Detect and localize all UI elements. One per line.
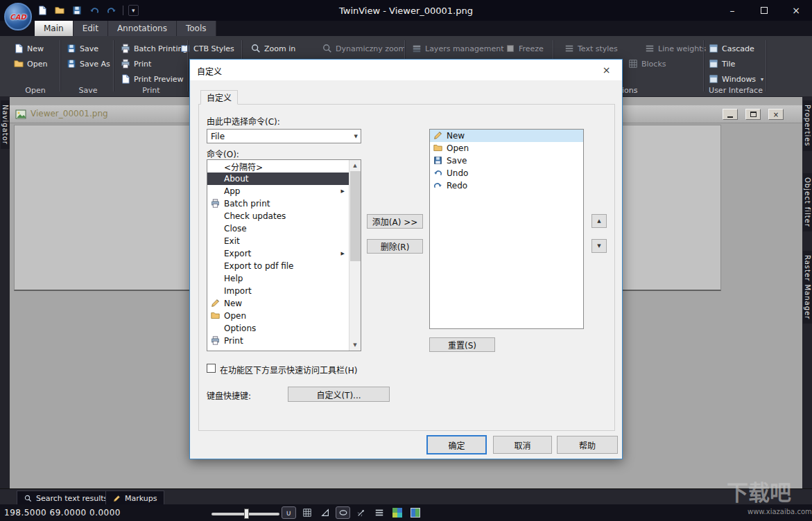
list-item[interactable]: App▶	[207, 185, 349, 197]
dialog-tab-customize[interactable]: 自定义	[200, 90, 238, 105]
qat-save-button[interactable]	[71, 4, 83, 17]
side-tab-properties[interactable]: Properties	[803, 100, 812, 151]
color-palette-button[interactable]	[390, 506, 404, 519]
list-item[interactable]: Options	[207, 322, 349, 335]
move-down-button[interactable]: ▼	[591, 239, 607, 253]
close-button[interactable]: ×	[780, 0, 812, 21]
select-pointer-button[interactable]	[354, 506, 368, 519]
add-command-button[interactable]: 添加(A) >>	[367, 214, 423, 229]
qat-new-button[interactable]	[36, 4, 49, 17]
ribbon-batch-printing-button[interactable]: Batch Printing	[121, 42, 187, 55]
list-item[interactable]: Close	[207, 222, 349, 235]
ribbon-save-as-button[interactable]: Save As	[67, 57, 110, 71]
list-item[interactable]: Save	[430, 154, 583, 167]
scroll-down-icon[interactable]: ▼	[349, 339, 361, 351]
list-item[interactable]: Import	[207, 285, 349, 297]
undo-icon	[89, 6, 99, 15]
doc-minimize-button[interactable]	[723, 109, 738, 120]
keyboard-customize-button[interactable]: 自定义(T)...	[288, 387, 390, 402]
list-item[interactable]: Undo	[430, 167, 583, 179]
freeze-checkbox-icon	[506, 44, 515, 53]
printer-icon	[211, 336, 220, 345]
commands-scrollbar[interactable]: ▲ ▼	[349, 160, 361, 351]
list-item[interactable]: Check updates	[207, 210, 349, 222]
help-button[interactable]: 帮助	[557, 436, 618, 454]
show-toolbar-checkbox-label[interactable]: 在功能区下方显示快速访问工具栏(H)	[220, 364, 357, 376]
ribbon-tile-button[interactable]: Tile	[709, 57, 735, 71]
tab-annotations[interactable]: Annotations	[108, 21, 177, 36]
list-item-selected[interactable]: New	[430, 130, 583, 142]
grid-toggle-button[interactable]	[300, 506, 314, 519]
tab-main[interactable]: Main	[35, 21, 74, 36]
bottom-tab-search-results[interactable]: Search text results	[17, 491, 115, 505]
title-bar: ▾ TwinView - Viewer_00001.png – ×	[0, 0, 812, 21]
qat-undo-button[interactable]	[88, 4, 101, 17]
dialog-close-button[interactable]: ×	[591, 60, 622, 80]
app-window: ▾ TwinView - Viewer_00001.png – × CAD Ma…	[0, 0, 812, 521]
qat-open-button[interactable]	[53, 4, 66, 17]
list-item[interactable]: <分隔符>	[207, 160, 349, 173]
qat-customize-dropdown[interactable]: ▾	[128, 5, 139, 16]
search-icon	[24, 495, 32, 502]
list-item[interactable]: Batch print	[207, 197, 349, 210]
list-item[interactable]: Redo	[430, 179, 583, 192]
ribbon-cascade-button[interactable]: Cascade	[709, 42, 754, 55]
list-item[interactable]: Open	[430, 142, 583, 154]
bottom-tab-markups[interactable]: Markups	[105, 491, 164, 505]
tab-edit[interactable]: Edit	[74, 21, 108, 36]
list-item[interactable]: New	[207, 297, 349, 310]
command-category-select[interactable]: File ▼	[207, 129, 361, 143]
ribbon-text-styles-button[interactable]: Text styles	[564, 42, 618, 55]
ribbon-zoom-in-button[interactable]: Zoom in	[251, 42, 295, 55]
ribbon-open-button[interactable]: Open	[14, 57, 47, 71]
ribbon-group-separator	[703, 40, 704, 91]
pencil-icon	[211, 299, 220, 308]
snap-toggle-button[interactable]: ∪	[282, 506, 296, 519]
ok-button[interactable]: 确定	[427, 436, 486, 454]
remove-command-button[interactable]: 删除(R)	[367, 239, 423, 254]
ribbon-blocks-button[interactable]: Blocks	[628, 57, 666, 71]
reset-button[interactable]: 重置(S)	[429, 337, 495, 352]
cancel-button[interactable]: 取消	[493, 436, 552, 454]
ribbon-print-button[interactable]: Print	[121, 57, 151, 71]
ribbon-windows-dropdown[interactable]: Windows▾	[709, 72, 763, 86]
save-as-icon	[67, 59, 76, 69]
side-tab-raster-manager[interactable]: Raster Manager	[803, 251, 812, 324]
ribbon-layers-management-button[interactable]: Layers management	[412, 42, 504, 55]
ribbon-print-preview-button[interactable]: Print Preview	[121, 72, 184, 86]
tab-tools[interactable]: Tools	[177, 21, 216, 36]
ribbon-freeze-button[interactable]: Freeze	[506, 42, 544, 55]
list-item[interactable]: Help	[207, 272, 349, 285]
list-item[interactable]: Export to pdf file	[207, 260, 349, 272]
scroll-up-icon[interactable]: ▲	[349, 160, 361, 171]
status-menu-button[interactable]	[372, 506, 386, 519]
printer-icon	[121, 59, 130, 69]
ribbon-save-button[interactable]: Save	[67, 42, 98, 55]
show-toolbar-checkbox[interactable]	[207, 364, 216, 373]
ortho-toggle-button[interactable]	[318, 506, 332, 519]
doc-restore-button[interactable]	[745, 109, 761, 120]
minimize-button[interactable]: –	[716, 0, 748, 21]
list-item[interactable]: Export▶	[207, 247, 349, 260]
list-item[interactable]: Open	[207, 310, 349, 322]
save-disk-icon	[67, 44, 76, 53]
maximize-button[interactable]	[748, 0, 780, 21]
list-item[interactable]: Print	[207, 335, 349, 347]
scrollbar-thumb[interactable]	[350, 171, 361, 261]
move-up-button[interactable]: ▲	[591, 214, 607, 228]
doc-close-button[interactable]: ×	[768, 109, 784, 120]
ribbon-new-button[interactable]: New	[14, 42, 44, 55]
ribbon-dynamic-zoom-button[interactable]: Dynamiczny zoom	[322, 42, 406, 55]
screen-color-button[interactable]	[408, 506, 422, 519]
list-item[interactable]: Exit	[207, 235, 349, 247]
osnap-toggle-button[interactable]	[336, 506, 350, 519]
qat-redo-button[interactable]	[105, 4, 118, 17]
app-logo[interactable]: CAD	[4, 3, 33, 33]
ribbon-ctb-styles-button[interactable]: CTB Styles	[180, 42, 234, 55]
close-icon: ×	[792, 5, 800, 16]
list-item-selected[interactable]: About	[207, 173, 349, 185]
ribbon-line-weights-button[interactable]: Line weights	[645, 42, 706, 55]
zoom-slider-handle[interactable]	[244, 509, 249, 519]
side-tab-object-filter[interactable]: Object filter	[803, 173, 812, 231]
side-tab-navigator[interactable]: Navigator	[1, 100, 10, 149]
